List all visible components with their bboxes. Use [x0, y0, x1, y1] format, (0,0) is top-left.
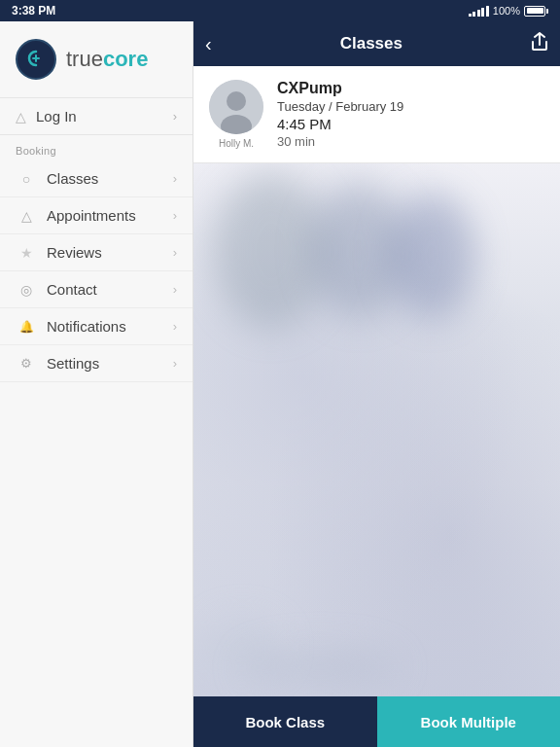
login-label: Log In [36, 108, 173, 124]
logo-area: truecore [0, 21, 192, 97]
sidebar-item-notifications[interactable]: 🔔 Notifications › [0, 308, 192, 345]
book-multiple-button[interactable]: Book Multiple [377, 696, 561, 747]
battery-percent: 100% [493, 5, 520, 17]
reviews-label: Reviews [47, 244, 173, 261]
appointments-chevron-icon: › [173, 208, 177, 223]
logo-true: true [66, 47, 103, 71]
logo-text: truecore [66, 47, 148, 72]
classes-icon: ○ [16, 171, 37, 187]
sidebar-item-settings[interactable]: ⚙ Settings › [0, 345, 192, 382]
appointments-icon: △ [16, 208, 37, 224]
classes-label: Classes [47, 170, 173, 187]
class-duration: 30 min [277, 134, 544, 149]
login-icon: △ [16, 109, 26, 124]
reviews-icon: ★ [16, 245, 37, 261]
share-button[interactable] [523, 28, 548, 60]
settings-chevron-icon: › [173, 356, 177, 371]
status-bar: 3:38 PM 100% [0, 0, 560, 21]
login-item[interactable]: △ Log In › [0, 97, 192, 135]
contact-label: Contact [47, 281, 173, 298]
login-chevron-icon: › [173, 109, 177, 124]
book-class-button[interactable]: Book Class [193, 696, 377, 747]
contact-icon: ◎ [16, 282, 37, 298]
instructor-avatar [209, 80, 263, 134]
logo-icon [16, 39, 56, 80]
sidebar-item-classes[interactable]: ○ Classes › [0, 160, 192, 197]
sidebar-item-contact[interactable]: ◎ Contact › [0, 271, 192, 308]
notifications-label: Notifications [47, 318, 173, 335]
sidebar-item-reviews[interactable]: ★ Reviews › [0, 234, 192, 271]
nav-bar: ‹ Classes [193, 21, 560, 66]
class-time: 4:45 PM [277, 116, 544, 132]
bottom-buttons: Book Class Book Multiple [193, 696, 560, 747]
booking-section-label: Booking [0, 135, 192, 160]
nav-title: Classes [220, 34, 523, 53]
class-info: CXPump Tuesday / February 19 4:45 PM 30 … [277, 80, 544, 149]
app-body: truecore △ Log In › Booking ○ Classes › … [0, 21, 560, 747]
settings-label: Settings [47, 355, 173, 372]
instructor-name: Holly M. [219, 138, 254, 149]
battery-icon [524, 6, 548, 17]
instructor-avatar-wrap: Holly M. [209, 80, 263, 149]
class-card: Holly M. CXPump Tuesday / February 19 4:… [193, 66, 560, 163]
main-content: ‹ Classes Holly M. [193, 21, 560, 747]
status-time: 3:38 PM [12, 4, 55, 18]
contact-chevron-icon: › [173, 282, 177, 297]
back-button[interactable]: ‹ [205, 29, 220, 59]
status-right: 100% [469, 5, 548, 17]
class-date: Tuesday / February 19 [277, 99, 544, 114]
notifications-icon: 🔔 [16, 320, 37, 334]
class-name: CXPump [277, 80, 544, 97]
reviews-chevron-icon: › [173, 245, 177, 260]
sidebar-item-appointments[interactable]: △ Appointments › [0, 197, 192, 234]
settings-icon: ⚙ [16, 356, 37, 371]
svg-point-1 [227, 91, 246, 111]
classes-chevron-icon: › [173, 171, 177, 186]
signal-icon [469, 6, 489, 17]
class-background-image [193, 163, 560, 696]
notifications-chevron-icon: › [173, 319, 177, 334]
appointments-label: Appointments [47, 207, 173, 224]
sidebar: truecore △ Log In › Booking ○ Classes › … [0, 21, 193, 747]
logo-core: core [103, 47, 148, 71]
